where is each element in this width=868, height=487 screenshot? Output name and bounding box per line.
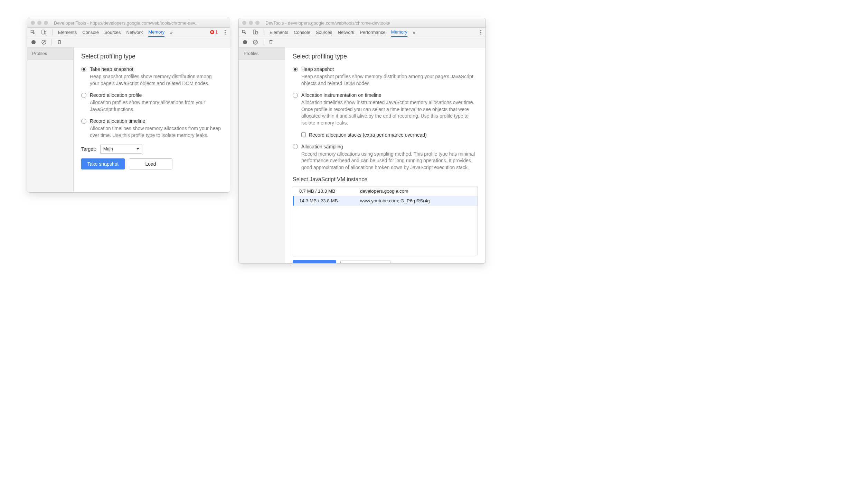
svg-rect-4 bbox=[253, 30, 256, 34]
option-allocation-sampling[interactable]: Allocation sampling bbox=[293, 144, 478, 149]
vm-instance-row[interactable]: 14.3 MB / 23.8 MB www.youtube.com: G_P6r… bbox=[293, 196, 478, 206]
vm-size: 8.7 MB / 13.3 MB bbox=[299, 189, 345, 194]
button-row: Take snapshot Load bbox=[81, 158, 222, 169]
devtools-window-right: DevTools - developers.google.com/web/too… bbox=[238, 18, 486, 264]
button-row: Take snapshot Load bbox=[293, 260, 478, 263]
tab-sources[interactable]: Sources bbox=[316, 28, 332, 37]
device-toolbar-icon[interactable] bbox=[253, 29, 258, 35]
profile-toolbar bbox=[27, 37, 230, 47]
option-desc: Heap snapshot profiles show memory distr… bbox=[90, 73, 222, 87]
more-tabs-icon[interactable]: » bbox=[170, 30, 172, 35]
zoom-icon[interactable] bbox=[255, 21, 260, 25]
sidebar: Profiles bbox=[239, 47, 285, 263]
settings-menu-icon[interactable] bbox=[223, 30, 227, 35]
devtools-window-left: Developer Tools - https://developers.goo… bbox=[27, 18, 230, 193]
tab-performance[interactable]: Performance bbox=[360, 28, 385, 37]
radio-icon bbox=[293, 67, 298, 72]
svg-point-6 bbox=[243, 40, 247, 44]
radio-icon bbox=[81, 119, 86, 124]
vm-list-empty-space bbox=[293, 206, 478, 255]
vm-name: developers.google.com bbox=[360, 189, 408, 194]
checkbox-icon bbox=[301, 132, 306, 137]
option-allocation-timeline[interactable]: Allocation instrumentation on timeline bbox=[293, 92, 478, 98]
body: Profiles Select profiling type Take heap… bbox=[27, 47, 230, 192]
close-icon[interactable] bbox=[242, 21, 246, 25]
sidebar: Profiles bbox=[27, 47, 74, 192]
device-toolbar-icon[interactable] bbox=[41, 29, 47, 35]
inspect-icon[interactable] bbox=[242, 29, 247, 35]
chevron-down-icon bbox=[136, 148, 139, 150]
zoom-icon[interactable] bbox=[44, 21, 48, 25]
vm-instance-row[interactable]: 8.7 MB / 13.3 MB developers.google.com bbox=[293, 186, 478, 196]
separator bbox=[52, 29, 53, 35]
radio-icon bbox=[293, 93, 298, 98]
main-panel: Select profiling type Take heap snapshot… bbox=[74, 47, 230, 192]
traffic-lights[interactable] bbox=[242, 21, 260, 25]
settings-menu-icon[interactable] bbox=[479, 30, 483, 35]
radio-icon bbox=[81, 67, 86, 72]
svg-rect-0 bbox=[42, 30, 44, 34]
window-titlebar: DevTools - developers.google.com/web/too… bbox=[239, 18, 485, 28]
svg-point-2 bbox=[31, 40, 36, 44]
tab-bar: Elements Console Sources Network Perform… bbox=[239, 28, 485, 37]
error-count[interactable]: ✕ 1 bbox=[210, 30, 218, 35]
main-panel: Select profiling type Heap snapshot Heap… bbox=[285, 47, 485, 263]
sidebar-section-profiles[interactable]: Profiles bbox=[27, 47, 73, 60]
record-icon[interactable] bbox=[31, 39, 36, 45]
body: Profiles Select profiling type Heap snap… bbox=[239, 47, 485, 263]
record-stacks-checkbox[interactable]: Record allocation stacks (extra performa… bbox=[301, 132, 478, 138]
vm-instance-list: 8.7 MB / 13.3 MB developers.google.com 1… bbox=[293, 186, 478, 255]
separator bbox=[263, 39, 263, 45]
tab-elements[interactable]: Elements bbox=[270, 28, 288, 37]
tab-console[interactable]: Console bbox=[294, 28, 310, 37]
load-button[interactable]: Load bbox=[340, 260, 390, 263]
target-label: Target: bbox=[81, 146, 96, 152]
separator bbox=[51, 39, 52, 45]
target-select[interactable]: Main bbox=[100, 145, 142, 154]
minimize-icon[interactable] bbox=[37, 21, 41, 25]
record-icon[interactable] bbox=[242, 39, 248, 45]
profile-toolbar bbox=[239, 37, 485, 47]
tab-sources[interactable]: Sources bbox=[104, 28, 121, 37]
svg-rect-1 bbox=[44, 31, 46, 34]
take-snapshot-button[interactable]: Take snapshot bbox=[81, 158, 125, 169]
tab-bar: Elements Console Sources Network Memory … bbox=[27, 28, 230, 37]
window-title: DevTools - developers.google.com/web/too… bbox=[265, 20, 390, 26]
minimize-icon[interactable] bbox=[249, 21, 253, 25]
option-desc: Allocation timelines show memory allocat… bbox=[90, 125, 222, 139]
option-desc: Heap snapshot profiles show memory distr… bbox=[301, 73, 478, 87]
clear-icon[interactable] bbox=[41, 39, 47, 45]
trash-icon[interactable] bbox=[57, 39, 62, 45]
option-heap-snapshot[interactable]: Take heap snapshot bbox=[81, 66, 222, 72]
tab-memory[interactable]: Memory bbox=[391, 28, 407, 37]
target-row: Target: Main bbox=[81, 145, 222, 154]
page-heading: Select profiling type bbox=[293, 53, 478, 60]
vm-size: 14.3 MB / 23.8 MB bbox=[299, 198, 345, 203]
window-title: Developer Tools - https://developers.goo… bbox=[54, 20, 199, 26]
error-icon: ✕ bbox=[210, 30, 214, 34]
radio-icon bbox=[293, 144, 298, 149]
tab-memory[interactable]: Memory bbox=[148, 28, 164, 37]
tab-network[interactable]: Network bbox=[338, 28, 355, 37]
separator bbox=[264, 29, 264, 35]
vm-name: www.youtube.com: G_P6rpRSr4g bbox=[360, 198, 430, 203]
close-icon[interactable] bbox=[31, 21, 35, 25]
traffic-lights[interactable] bbox=[31, 21, 48, 25]
take-snapshot-button[interactable]: Take snapshot bbox=[293, 260, 336, 263]
inspect-icon[interactable] bbox=[30, 29, 36, 35]
tab-console[interactable]: Console bbox=[82, 28, 99, 37]
option-desc: Record memory allocations using sampling… bbox=[301, 151, 478, 171]
option-allocation-profile[interactable]: Record allocation profile bbox=[81, 92, 222, 98]
option-allocation-timeline[interactable]: Record allocation timeline bbox=[81, 118, 222, 124]
trash-icon[interactable] bbox=[268, 39, 274, 45]
radio-icon bbox=[81, 93, 86, 98]
more-tabs-icon[interactable]: » bbox=[413, 30, 415, 35]
svg-rect-5 bbox=[256, 31, 257, 34]
vm-heading: Select JavaScript VM instance bbox=[293, 176, 478, 183]
load-button[interactable]: Load bbox=[129, 158, 172, 169]
option-heap-snapshot[interactable]: Heap snapshot bbox=[293, 66, 478, 72]
tab-elements[interactable]: Elements bbox=[58, 28, 77, 37]
clear-icon[interactable] bbox=[253, 39, 258, 45]
tab-network[interactable]: Network bbox=[126, 28, 143, 37]
sidebar-section-profiles[interactable]: Profiles bbox=[239, 47, 285, 60]
